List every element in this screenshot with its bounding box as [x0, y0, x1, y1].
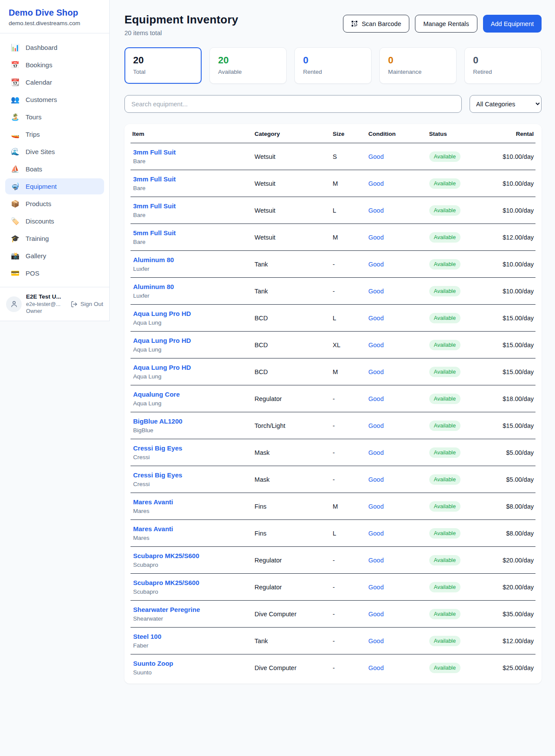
condition-link[interactable]: Good	[369, 342, 384, 348]
status-badge: Available	[429, 555, 461, 565]
sidebar-item-bookings[interactable]: 📅 Bookings	[5, 57, 104, 73]
item-name-link[interactable]: 3mm Full Suit	[133, 202, 176, 210]
item-name-link[interactable]: Shearwater Peregrine	[133, 606, 200, 613]
search-input[interactable]	[124, 95, 462, 113]
status-cell: Available	[428, 520, 499, 547]
sidebar-item-dashboard[interactable]: 📊 Dashboard	[5, 39, 104, 56]
item-name-link[interactable]: Aqua Lung Pro HD	[133, 364, 191, 371]
condition-link[interactable]: Good	[369, 207, 384, 214]
diving-mask-icon: 🤿	[11, 183, 20, 190]
stat-label: Maintenance	[388, 69, 448, 75]
sidebar-item-training[interactable]: 🎓 Training	[5, 230, 104, 247]
category-cell: Regulator	[253, 385, 331, 412]
sidebar-item-tours[interactable]: 🏝️ Tours	[5, 109, 104, 125]
category-cell: BCD	[253, 305, 331, 332]
status-badge: Available	[429, 232, 461, 243]
item-name-link[interactable]: Aqua Lung Pro HD	[133, 310, 191, 317]
stat-value: 0	[473, 54, 533, 67]
status-badge: Available	[429, 313, 461, 323]
person-icon	[10, 300, 18, 308]
add-equipment-button[interactable]: Add Equipment	[483, 15, 542, 33]
condition-link[interactable]: Good	[369, 153, 384, 160]
manage-rentals-button[interactable]: Manage Rentals	[415, 15, 477, 33]
condition-link[interactable]: Good	[369, 180, 384, 187]
column-header: Rental	[499, 124, 535, 143]
sidebar-item-calendar[interactable]: 📆 Calendar	[5, 74, 104, 90]
condition-link[interactable]: Good	[369, 584, 384, 591]
condition-cell: Good	[367, 493, 428, 520]
item-name-link[interactable]: Aluminum 80	[133, 256, 174, 263]
stat-maintenance[interactable]: 0 Maintenance	[379, 47, 457, 84]
stat-rented[interactable]: 0 Rented	[294, 47, 372, 84]
condition-link[interactable]: Good	[369, 530, 384, 537]
item-cell: Cressi Big Eyes Cressi	[131, 466, 253, 493]
sidebar-item-trips[interactable]: 🚤 Trips	[5, 126, 104, 142]
condition-cell: Good	[367, 332, 428, 358]
item-name-link[interactable]: Steel 100	[133, 633, 161, 640]
status-cell: Available	[428, 251, 499, 278]
status-cell: Available	[428, 574, 499, 601]
category-filter[interactable]: All Categories	[470, 95, 542, 113]
wave-icon: 🌊	[11, 148, 20, 155]
condition-link[interactable]: Good	[369, 503, 384, 510]
sidebar-item-boats[interactable]: ⛵ Boats	[5, 161, 104, 177]
condition-link[interactable]: Good	[369, 557, 384, 564]
item-name-link[interactable]: Cressi Big Eyes	[133, 471, 182, 479]
condition-link[interactable]: Good	[369, 261, 384, 268]
item-name-link[interactable]: Cressi Big Eyes	[133, 444, 182, 452]
sidebar-item-gallery[interactable]: 📸 Gallery	[5, 248, 104, 264]
item-cell: Mares Avanti Mares	[131, 493, 253, 520]
sidebar-item-dive-sites[interactable]: 🌊 Dive Sites	[5, 144, 104, 160]
condition-link[interactable]: Good	[369, 234, 384, 241]
equipment-table: Item Category Size Condition Status Rent…	[131, 124, 535, 681]
table-row: 3mm Full Suit Bare Wetsuit L Good Availa…	[131, 197, 535, 224]
condition-link[interactable]: Good	[369, 638, 384, 644]
item-name-link[interactable]: Scubapro MK25/S600	[133, 579, 199, 586]
condition-link[interactable]: Good	[369, 288, 384, 295]
condition-link[interactable]: Good	[369, 422, 384, 429]
condition-link[interactable]: Good	[369, 395, 384, 402]
status-cell: Available	[428, 143, 499, 170]
item-name-link[interactable]: 3mm Full Suit	[133, 175, 176, 183]
category-cell: Wetsuit	[253, 143, 331, 170]
item-brand: Bare	[133, 239, 251, 245]
status-badge: Available	[429, 205, 461, 216]
item-name-link[interactable]: Suunto Zoop	[133, 660, 173, 667]
condition-link[interactable]: Good	[369, 449, 384, 456]
sidebar-item-pos[interactable]: 💳 POS	[5, 265, 104, 281]
sign-out-button[interactable]: Sign Out	[71, 301, 103, 308]
item-cell: 5mm Full Suit Bare	[131, 224, 253, 251]
status-badge: Available	[429, 178, 461, 189]
condition-cell: Good	[367, 466, 428, 493]
sidebar-item-products[interactable]: 📦 Products	[5, 196, 104, 212]
status-badge: Available	[429, 528, 461, 539]
item-brand: Shearwater	[133, 615, 251, 622]
stat-retired[interactable]: 0 Retired	[464, 47, 542, 84]
condition-link[interactable]: Good	[369, 315, 384, 322]
item-name-link[interactable]: Mares Avanti	[133, 525, 173, 532]
item-name-link[interactable]: Scubapro MK25/S600	[133, 552, 199, 559]
sidebar-item-customers[interactable]: 👥 Customers	[5, 92, 104, 108]
brand-name[interactable]: Demo Dive Shop	[9, 8, 101, 18]
sidebar-item-discounts[interactable]: 🏷️ Discounts	[5, 213, 104, 229]
item-name-link[interactable]: Aqua Lung Pro HD	[133, 337, 191, 344]
category-cell: BCD	[253, 332, 331, 358]
item-name-link[interactable]: Aluminum 80	[133, 283, 174, 290]
condition-link[interactable]: Good	[369, 664, 384, 671]
item-name-link[interactable]: Aqualung Core	[133, 391, 180, 398]
size-cell: S	[331, 143, 366, 170]
stat-available[interactable]: 20 Available	[209, 47, 287, 84]
condition-link[interactable]: Good	[369, 368, 384, 375]
condition-link[interactable]: Good	[369, 611, 384, 618]
stat-total[interactable]: 20 Total	[124, 47, 202, 84]
status-badge: Available	[429, 286, 461, 296]
size-cell: -	[331, 412, 366, 439]
item-name-link[interactable]: BigBlue AL1200	[133, 417, 183, 425]
condition-cell: Good	[367, 305, 428, 332]
item-name-link[interactable]: Mares Avanti	[133, 498, 173, 506]
sidebar-item-equipment[interactable]: 🤿 Equipment	[5, 178, 104, 194]
scan-barcode-button[interactable]: Scan Barcode	[343, 15, 409, 33]
item-name-link[interactable]: 5mm Full Suit	[133, 229, 176, 237]
item-name-link[interactable]: 3mm Full Suit	[133, 148, 176, 156]
condition-link[interactable]: Good	[369, 476, 384, 483]
